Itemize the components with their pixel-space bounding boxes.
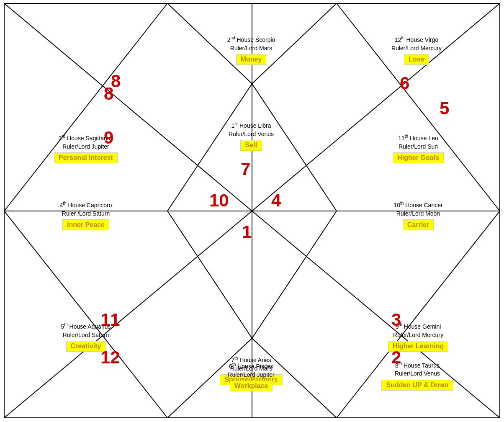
house-1-title: 1st House Libra Ruler/Lord Venus [229, 121, 274, 139]
house-8-title: 8th House Taurus Ruler/Lord Venus [395, 361, 440, 378]
house-4-title: 4th House Capricorn Ruler /Lord Saturn [59, 201, 112, 218]
house-6-number: 12 [100, 347, 120, 368]
house-6-title: 6th House Pisces Ruler/Lord Jupiter [228, 362, 274, 379]
house-2-title: 2nd House Scorpio Ruler/Lord Mars [227, 36, 275, 53]
house-12: 12th House Virgo Ruler/Lord Mercury Loss [335, 4, 498, 96]
house-1-label: Self [240, 140, 262, 151]
svg-line-10 [252, 211, 337, 338]
center-number-4: 4 [271, 190, 281, 211]
house-4: 4th House Capricorn Ruler /Lord Saturn I… [4, 151, 167, 280]
house-12-title: 12th House Virgo Ruler/Lord Mercury [391, 36, 442, 53]
center-number-1: 1 [242, 222, 252, 242]
house-11-title: 11th House Leo Ruler/Lord Sun [398, 134, 438, 151]
house-4-label: Inner Peace [62, 219, 109, 230]
house-10-title: 10th House Cancer Ruler/Lord Moon [393, 201, 442, 218]
center-number-7: 7 [241, 159, 250, 179]
house-5-label: Creativity [66, 341, 106, 352]
center-number-10: 10 [209, 190, 229, 211]
astrology-chart: 2nd House Scorpio Ruler/Lord Mars Money … [0, 0, 504, 422]
house-10: 10th House Cancer Ruler/Lord Moon Carrie… [337, 151, 500, 280]
house-8: 8th House Taurus Ruler/Lord Venus Sudden… [335, 331, 500, 421]
house-8-label: Sudden UP & Down [381, 380, 453, 391]
house-5-number: 11 [100, 310, 120, 330]
house-12-label: Loss [404, 54, 429, 65]
house-10-label: Carrier [403, 219, 434, 230]
house-9-number: 3 [391, 310, 401, 330]
house-2-label: Money [236, 54, 267, 65]
house-1-center: 1st House Libra Ruler/Lord Venus Self [167, 71, 335, 201]
house-6-label: Workplace [230, 381, 273, 391]
house-3-number-8: 8 [104, 84, 113, 104]
svg-line-9 [167, 211, 252, 338]
house-3-number: 9 [104, 128, 113, 148]
